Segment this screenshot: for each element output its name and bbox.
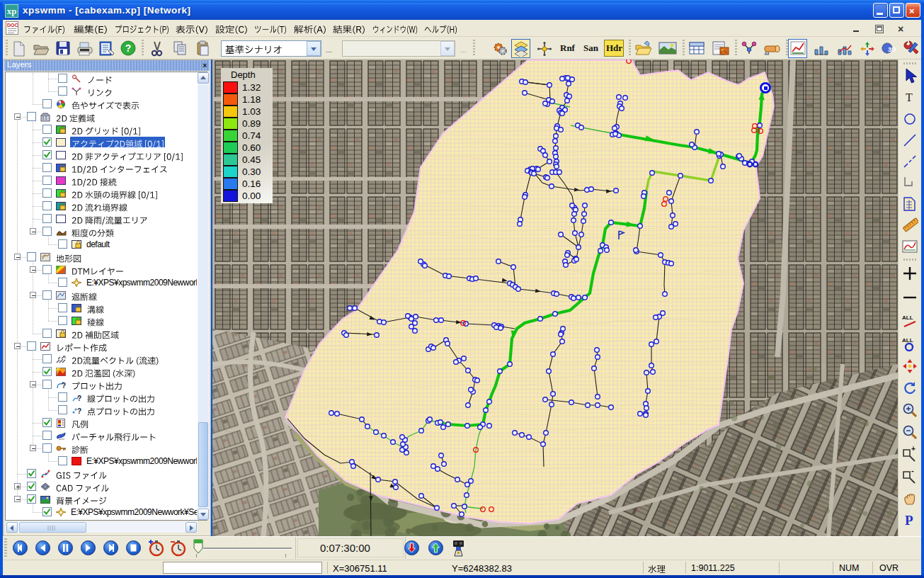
svg-text:?: ?	[77, 395, 81, 402]
svg-text:?: ?	[77, 407, 81, 415]
svg-text:ALL: ALL	[902, 314, 913, 321]
svg-text:3D: 3D	[888, 46, 896, 53]
svg-text:ALL: ALL	[902, 337, 913, 344]
svg-text:+: +	[911, 446, 916, 453]
svg-text:T: T	[906, 91, 913, 103]
svg-text:P: P	[905, 513, 913, 528]
svg-text:-: -	[911, 468, 914, 475]
svg-text:?: ?	[62, 382, 66, 390]
svg-text:?: ?	[125, 42, 132, 54]
